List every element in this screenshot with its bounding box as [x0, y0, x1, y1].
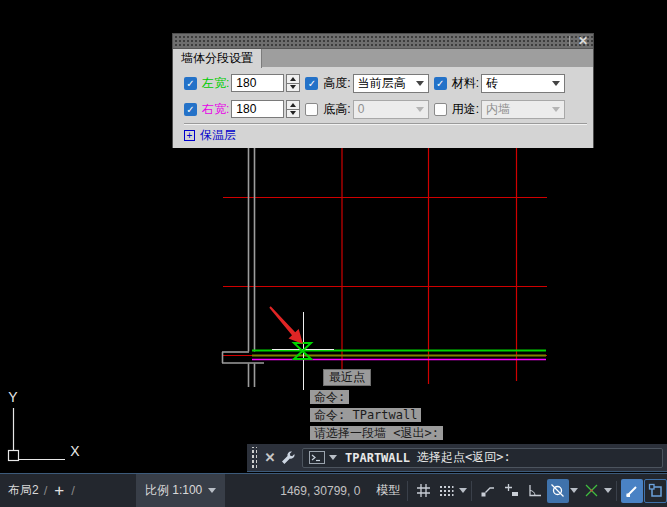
bottom-height-checkbox[interactable]	[305, 103, 318, 116]
scale-selector[interactable]: 比例 1:100	[136, 474, 225, 507]
command-prompt-text: 选择起点<返回>:	[417, 449, 511, 466]
chevron-down-icon[interactable]	[329, 455, 337, 460]
status-bar: 布局2 / + / 比例 1:100 1469, 30799, 0 模型	[0, 473, 667, 507]
chevron-down-icon	[552, 81, 560, 86]
chevron-down-icon	[416, 81, 424, 86]
material-checkbox[interactable]: ✓	[434, 77, 447, 90]
usage-value: 内墙	[486, 101, 510, 118]
chevron-down-icon[interactable]	[458, 479, 468, 503]
dialog-drag-bar[interactable]: ✕	[173, 34, 593, 48]
height-label: 高度:	[323, 75, 350, 92]
check-icon: ✓	[308, 77, 316, 90]
insulation-expander[interactable]: + 保温层	[184, 125, 593, 145]
isolate-objects-icon[interactable]	[644, 479, 667, 503]
usage-label: 用途:	[452, 101, 479, 118]
lineweight-display-icon[interactable]	[621, 479, 643, 503]
layout-tab[interactable]: 布局2	[8, 482, 39, 499]
height-dropdown[interactable]: 当前层高	[353, 74, 429, 93]
model-space-button[interactable]: 模型	[372, 482, 404, 499]
palette-grip-handle[interactable]	[250, 447, 257, 469]
dialog-row-2: ✓ 右宽: 底高: 0 用途: 内墙	[184, 96, 593, 122]
chevron-down-icon[interactable]	[603, 479, 613, 503]
stepper-down-icon[interactable]	[286, 84, 300, 93]
polar-tracking-icon[interactable]	[523, 479, 545, 503]
height-value: 当前层高	[358, 75, 406, 92]
material-label: 材料:	[452, 75, 479, 92]
chevron-down-icon	[208, 488, 216, 493]
command-history-line: 命令:	[310, 390, 349, 404]
divider	[569, 36, 570, 46]
tab-separator: /	[71, 483, 75, 498]
command-history-line: 请选择一段墙 <退出>:	[310, 426, 443, 440]
left-width-input[interactable]	[231, 74, 284, 92]
check-icon: ✓	[186, 103, 194, 116]
check-icon: ✓	[186, 77, 194, 90]
axis-grid-lines	[222, 148, 547, 384]
right-width-input[interactable]	[231, 100, 284, 118]
divider	[471, 481, 472, 501]
bottom-height-label: 底高:	[323, 101, 350, 118]
tab-separator: /	[44, 483, 48, 498]
command-history-line: 命令: TPartwall	[310, 408, 421, 422]
stepper-up-icon[interactable]	[286, 100, 300, 110]
check-icon: ✓	[436, 77, 444, 90]
divider	[407, 481, 408, 501]
usage-checkbox[interactable]	[434, 103, 447, 116]
ucs-y-label: Y	[8, 389, 18, 405]
dialog-title-tab[interactable]: 墙体分段设置	[173, 49, 262, 68]
bottom-height-dropdown[interactable]: 0	[353, 100, 429, 119]
object-snap-tracking-icon[interactable]	[580, 479, 602, 503]
wall-segment-settings-dialog: ✕ 墙体分段设置 ✓ 左宽: ✓ 高度: 当前层高	[172, 33, 594, 148]
divider	[616, 481, 617, 501]
left-width-label: 左宽:	[202, 75, 229, 92]
grid-display-icon[interactable]	[412, 479, 434, 503]
ucs-icon	[9, 408, 66, 461]
ortho-mode-icon[interactable]	[500, 479, 522, 503]
snap-mode-icon[interactable]	[436, 479, 458, 503]
left-width-checkbox[interactable]: ✓	[184, 77, 197, 90]
material-dropdown[interactable]: 砖	[481, 74, 565, 93]
snap-tooltip: 最近点	[323, 369, 371, 386]
right-width-stepper[interactable]	[286, 100, 300, 118]
cad-application-window: Y X 最近点 命令: 命令: TPartwall 请选择一段墙 <退出>: ✕…	[0, 0, 667, 507]
right-width-label: 右宽:	[202, 101, 229, 118]
active-command: TPARTWALL	[345, 451, 410, 465]
right-width-checkbox[interactable]: ✓	[184, 103, 197, 116]
coordinates-readout: 1469, 30799, 0	[280, 484, 360, 498]
left-width-stepper[interactable]	[286, 74, 300, 92]
usage-dropdown[interactable]: 内墙	[481, 100, 565, 119]
command-input[interactable]: TPARTWALL 选择起点<返回>:	[302, 448, 663, 468]
dynamic-input-icon[interactable]	[476, 479, 498, 503]
chevron-down-icon	[552, 107, 560, 112]
command-line-palette: ✕ TPARTWALL 选择起点<返回>:	[247, 444, 667, 472]
scale-value: 比例 1:100	[145, 482, 202, 499]
object-snap-icon[interactable]	[547, 479, 569, 503]
stepper-up-icon[interactable]	[286, 74, 300, 84]
dialog-body: ✓ 左宽: ✓ 高度: 当前层高 ✓ 材料: 砖	[173, 67, 593, 148]
dialog-row-1: ✓ 左宽: ✓ 高度: 当前层高 ✓ 材料: 砖	[184, 70, 593, 96]
command-prompt-icon[interactable]	[309, 451, 325, 464]
bottom-height-value: 0	[358, 102, 365, 116]
annotation-arrow-icon	[269, 306, 303, 344]
stepper-down-icon[interactable]	[286, 110, 300, 119]
material-value: 砖	[486, 75, 498, 92]
close-icon[interactable]: ✕	[575, 35, 591, 47]
new-layout-button[interactable]: +	[54, 481, 64, 501]
dialog-tab-row: 墙体分段设置	[173, 48, 593, 67]
insulation-label: 保温层	[200, 127, 236, 144]
expand-icon[interactable]: +	[184, 130, 195, 141]
ucs-x-label: X	[70, 443, 80, 459]
close-icon[interactable]: ✕	[262, 450, 278, 465]
wrench-icon[interactable]	[278, 449, 298, 467]
chevron-down-icon[interactable]	[569, 479, 579, 503]
height-checkbox[interactable]: ✓	[305, 77, 318, 90]
chevron-down-icon	[416, 107, 424, 112]
